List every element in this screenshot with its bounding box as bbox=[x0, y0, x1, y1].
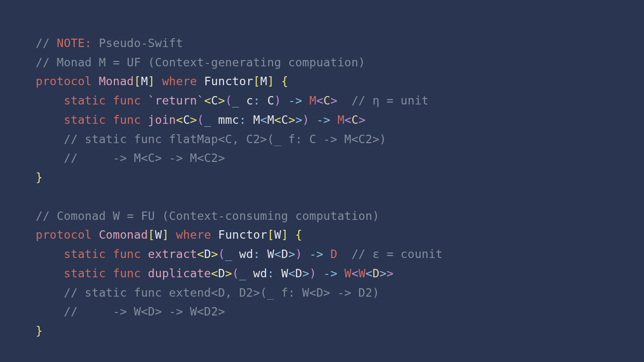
code-line: // static func flatMap<C, C2>(_ f: C -> … bbox=[36, 132, 386, 146]
code-line: // static func extend<D, D2>(_ f: W<D> -… bbox=[36, 286, 379, 299]
code-block: // NOTE: Pseudo-Swift // Monad M = UF (C… bbox=[0, 0, 644, 341]
code-line: protocol Monad[M] where Functor[M] { bbox=[36, 74, 288, 88]
code-line: } bbox=[36, 170, 43, 184]
code-line: protocol Comonad[W] where Functor[W] { bbox=[36, 228, 302, 241]
code-line: // Comonad W = FU (Context-consuming com… bbox=[36, 209, 379, 222]
code-line: static func extract<D>(_ wd: W<D>) -> D … bbox=[36, 247, 443, 260]
code-line: static func join<C>(_ mmc: M<M<C>>) -> M… bbox=[36, 113, 366, 126]
code-line: // Monad M = UF (Context-generating comp… bbox=[36, 55, 366, 69]
code-line: // NOTE: Pseudo-Swift bbox=[36, 36, 183, 50]
code-line: static func `return`<C>(_ c: C) -> M<C> … bbox=[36, 94, 429, 107]
code-line: // -> M<C> -> M<C2> bbox=[36, 151, 225, 164]
code-line: // -> W<D> -> W<D2> bbox=[36, 305, 225, 318]
code-line: } bbox=[36, 324, 43, 337]
code-blank-line bbox=[36, 190, 43, 203]
code-line: static func duplicate<D>(_ wd: W<D>) -> … bbox=[36, 266, 393, 280]
